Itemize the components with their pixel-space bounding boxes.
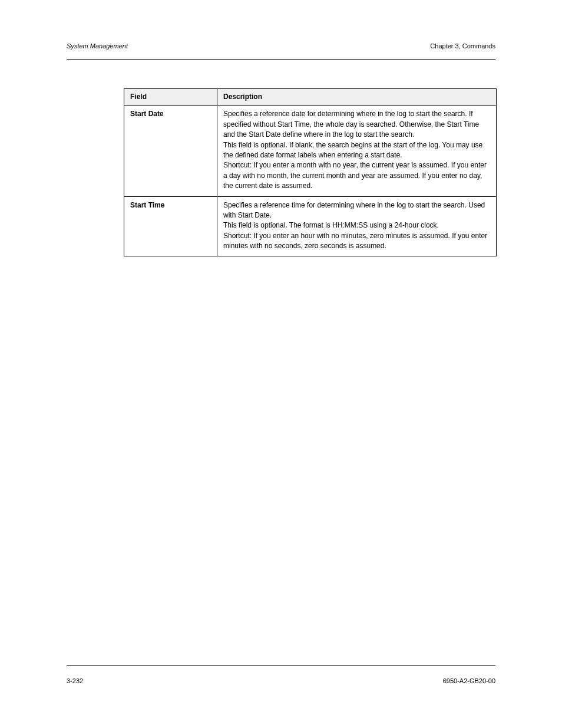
footer-rule — [67, 665, 495, 666]
fields-table-wrap: Field Description Start Date Specifies a… — [124, 88, 496, 256]
field-desc: Specifies a reference date for determini… — [217, 106, 497, 196]
page-number: 3-232 — [67, 677, 83, 684]
col-field: Field — [124, 89, 217, 106]
table-row: Start Date Specifies a reference date fo… — [124, 106, 497, 196]
table-header-row: Field Description — [124, 89, 497, 106]
page-footer: 3-232 6950-A2-GB20-00 — [67, 677, 495, 684]
table-row: Start Time Specifies a reference time fo… — [124, 196, 497, 256]
header-chapter: Chapter 3, Commands — [430, 42, 495, 50]
fields-table: Field Description Start Date Specifies a… — [124, 88, 497, 256]
doc-code: 6950-A2-GB20-00 — [443, 677, 495, 684]
page-header: System Management Chapter 3, Commands — [67, 42, 495, 50]
col-description: Description — [217, 89, 497, 106]
field-name: Start Date — [124, 106, 217, 196]
header-topic: System Management — [67, 42, 128, 50]
field-name: Start Time — [124, 196, 217, 256]
field-desc: Specifies a reference time for determini… — [217, 196, 497, 256]
header-rule — [67, 59, 495, 60]
